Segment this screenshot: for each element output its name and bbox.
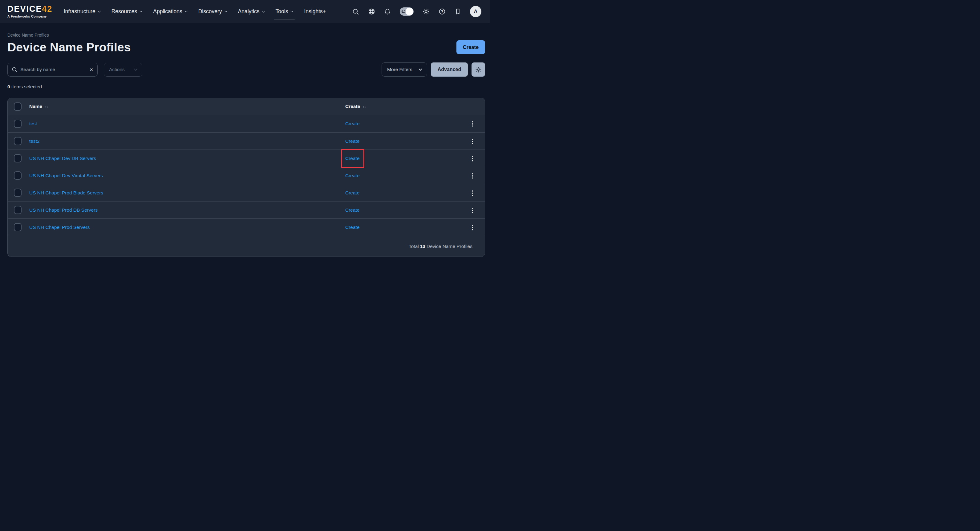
kebab-menu-icon[interactable]: ⋮ (465, 138, 480, 144)
row-create-link[interactable]: Create (345, 190, 360, 196)
search-icon[interactable] (352, 8, 359, 15)
logo-tagline: A Freshworks Company (7, 15, 52, 18)
sort-icon[interactable]: ↑↓ (363, 104, 366, 109)
select-all-checkbox[interactable] (14, 103, 22, 111)
table-row: test Create ⋮ (8, 115, 485, 132)
selection-count: 0 (7, 84, 10, 89)
kebab-menu-icon[interactable]: ⋮ (465, 155, 480, 162)
nav-item-label: Analytics (238, 8, 259, 15)
profile-name-link[interactable]: US NH Chapel Prod Blade Servers (29, 190, 103, 196)
filter-toolbar: ✕ Actions More Filters Advanced (7, 62, 485, 77)
chevron-down-icon (134, 67, 137, 70)
nav-item-discovery[interactable]: Discovery (198, 0, 227, 23)
chevron-down-icon (224, 10, 227, 13)
notifications-bell-icon[interactable] (384, 8, 391, 15)
svg-text:?: ? (441, 10, 443, 14)
profile-name-link[interactable]: US NH Chapel Dev DB Servers (29, 156, 96, 161)
settings-gear-icon[interactable] (423, 8, 430, 15)
nav-item-applications[interactable]: Applications (153, 0, 187, 23)
table-row: US NH Chapel Dev DB Servers Create ⋮ (8, 149, 485, 167)
actions-label: Actions (109, 67, 125, 72)
gear-icon (475, 67, 482, 73)
breadcrumb[interactable]: Device Name Profiles (7, 33, 49, 38)
kebab-menu-icon[interactable]: ⋮ (465, 190, 480, 196)
column-header-name[interactable]: Name ↑↓ (29, 104, 345, 109)
table-row: US NH Chapel Prod Blade Servers Create ⋮ (8, 184, 485, 201)
moon-icon (401, 9, 406, 14)
more-filters-dropdown[interactable]: More Filters (382, 62, 427, 77)
kebab-menu-icon[interactable]: ⋮ (465, 207, 480, 213)
table-row: test2 Create ⋮ (8, 132, 485, 149)
table-row: US NH Chapel Prod Servers Create ⋮ (8, 219, 485, 236)
kebab-menu-icon[interactable]: ⋮ (465, 224, 480, 230)
sort-icon[interactable]: ↑↓ (45, 104, 48, 109)
user-avatar[interactable]: A (470, 6, 481, 17)
nav-item-label: Resources (111, 8, 137, 15)
nav-item-insights[interactable]: Insights+ (304, 0, 326, 23)
row-create-link[interactable]: Create (345, 156, 360, 161)
profile-name-link[interactable]: test (29, 121, 37, 127)
table-footer: Total13Device Name Profiles (8, 236, 485, 257)
table-row: US NH Chapel Dev Virutal Servers Create … (8, 167, 485, 184)
chevron-down-icon (290, 10, 294, 13)
nav-item-resources[interactable]: Resources (111, 0, 142, 23)
search-icon (12, 67, 18, 73)
bookmark-icon[interactable] (455, 8, 461, 15)
device42-logo[interactable]: DEVICE42 A Freshworks Company (7, 5, 52, 18)
main-menu: Infrastructure Resources Applications Di… (64, 0, 326, 23)
more-filters-label: More Filters (387, 67, 412, 72)
row-checkbox[interactable] (14, 189, 22, 197)
advanced-button[interactable]: Advanced (431, 62, 468, 77)
profile-name-link[interactable]: US NH Chapel Prod Servers (29, 225, 90, 230)
search-box: ✕ (7, 63, 98, 77)
help-icon[interactable]: ? (439, 8, 445, 15)
nav-item-infrastructure[interactable]: Infrastructure (64, 0, 100, 23)
row-checkbox[interactable] (14, 137, 22, 145)
nav-item-label: Insights+ (304, 8, 326, 15)
row-checkbox[interactable] (14, 223, 22, 231)
dark-mode-toggle[interactable] (400, 7, 414, 16)
chevron-down-icon (185, 10, 188, 13)
chevron-down-icon (262, 10, 265, 13)
nav-item-label: Applications (153, 8, 182, 15)
nav-item-label: Discovery (198, 8, 222, 15)
nav-item-analytics[interactable]: Analytics (238, 0, 264, 23)
nav-item-label: Tools (276, 8, 288, 15)
selection-status: 0 items selected (7, 84, 485, 90)
row-create-link[interactable]: Create (345, 173, 360, 178)
globe-icon[interactable] (368, 8, 375, 15)
profiles-table: Name ↑↓ Create ↑↓ test Create ⋮ test2 Cr… (7, 98, 485, 257)
table-settings-button[interactable] (471, 62, 485, 77)
row-create-link[interactable]: Create (345, 225, 360, 230)
selection-label: items selected (11, 84, 42, 89)
main-content: Device Name Profiles Device Name Profile… (0, 33, 490, 257)
create-button[interactable]: Create (457, 40, 485, 54)
row-checkbox[interactable] (14, 206, 22, 214)
profile-name-link[interactable]: US NH Chapel Prod DB Servers (29, 208, 98, 213)
kebab-menu-icon[interactable]: ⋮ (465, 120, 480, 127)
row-create-link[interactable]: Create (345, 208, 360, 213)
nav-item-tools[interactable]: Tools (276, 0, 293, 23)
page-title: Device Name Profiles (7, 41, 131, 54)
row-create-link[interactable]: Create (345, 121, 360, 127)
total-count: 13 (420, 244, 425, 249)
total-count-text: Total13Device Name Profiles (409, 244, 473, 249)
row-checkbox[interactable] (14, 154, 22, 162)
search-input[interactable] (20, 67, 86, 72)
table-header-row: Name ↑↓ Create ↑↓ (8, 98, 485, 115)
profile-name-link[interactable]: test2 (29, 138, 40, 144)
nav-icon-group: ? A (352, 6, 481, 17)
clear-search-icon[interactable]: ✕ (89, 67, 93, 72)
chevron-down-icon (418, 67, 422, 70)
toggle-knob (406, 8, 413, 15)
chevron-down-icon (98, 10, 101, 13)
actions-dropdown[interactable]: Actions (104, 63, 142, 77)
row-checkbox[interactable] (14, 120, 22, 128)
chevron-down-icon (140, 10, 143, 13)
profile-name-link[interactable]: US NH Chapel Dev Virutal Servers (29, 173, 103, 178)
kebab-menu-icon[interactable]: ⋮ (465, 173, 480, 179)
column-header-create[interactable]: Create ↑↓ (345, 104, 465, 109)
row-create-link[interactable]: Create (345, 138, 360, 144)
top-nav-bar: DEVICE42 A Freshworks Company Infrastruc… (0, 0, 490, 23)
row-checkbox[interactable] (14, 171, 22, 180)
